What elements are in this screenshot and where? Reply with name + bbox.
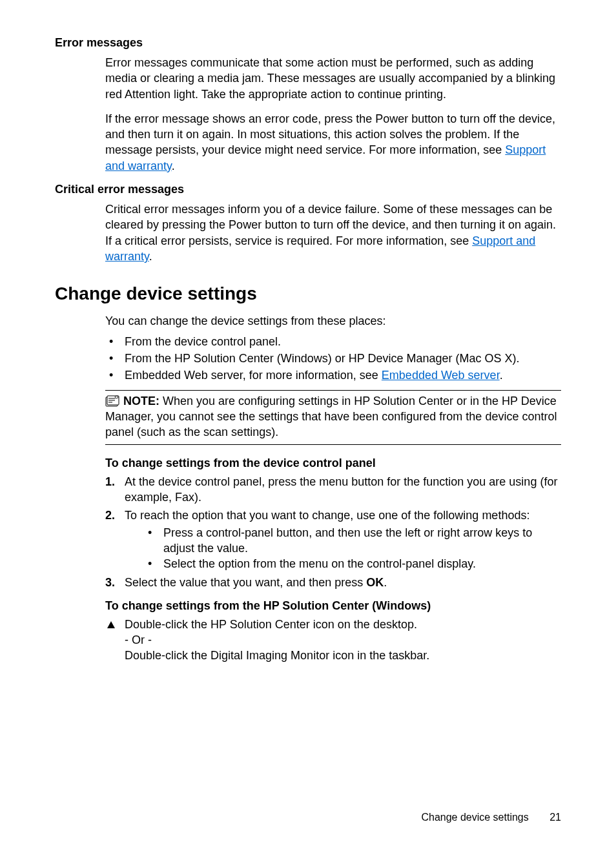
change-device-settings-heading: Change device settings bbox=[55, 283, 561, 304]
ok-text: OK bbox=[366, 576, 384, 589]
note-block: NOTE: When you are configuring settings … bbox=[105, 390, 561, 445]
list-item: Double-click the HP Solution Center icon… bbox=[105, 617, 561, 664]
list-item: Press a control-panel button, and then u… bbox=[144, 525, 561, 557]
embedded-web-server-link[interactable]: Embedded Web server bbox=[382, 369, 500, 382]
list-item: 1.At the device control panel, press the… bbox=[105, 474, 561, 506]
note-icon bbox=[105, 395, 119, 407]
page-number: 21 bbox=[549, 812, 561, 823]
text-span: Embedded Web server, for more informatio… bbox=[125, 369, 382, 382]
list-item: Select the option from the menu on the c… bbox=[144, 556, 561, 571]
change-bullet-list: From the device control panel. From the … bbox=[55, 333, 561, 384]
text-span: Double-click the HP Solution Center icon… bbox=[125, 618, 417, 631]
text-span: . bbox=[172, 159, 175, 172]
critical-error-p1: Critical error messages inform you of a … bbox=[55, 201, 561, 264]
text-span: . bbox=[384, 576, 387, 589]
text-span: To reach the option that you want to cha… bbox=[125, 509, 529, 522]
solution-center-steps: Double-click the HP Solution Center icon… bbox=[55, 617, 561, 664]
list-item: From the HP Solution Center (Windows) or… bbox=[105, 350, 561, 367]
text-span: At the device control panel, press the m… bbox=[125, 475, 557, 504]
error-messages-p2: If the error message shows an error code… bbox=[55, 111, 561, 174]
sub-solution-center: To change settings from the HP Solution … bbox=[105, 599, 561, 613]
list-item: 2.To reach the option that you want to c… bbox=[105, 508, 561, 571]
note-label: NOTE: bbox=[123, 395, 159, 407]
control-panel-steps: 1.At the device control panel, press the… bbox=[55, 474, 561, 590]
text-span: - Or - bbox=[125, 633, 152, 646]
text-span: . bbox=[500, 369, 503, 382]
footer-text: Change device settings bbox=[421, 812, 528, 823]
list-item: 3.Select the value that you want, and th… bbox=[105, 575, 561, 590]
list-item: Embedded Web server, for more informatio… bbox=[105, 367, 561, 384]
sub-control-panel: To change settings from the device contr… bbox=[105, 457, 561, 470]
text-span: If the error message shows an error code… bbox=[105, 112, 555, 157]
triangle-icon bbox=[107, 618, 116, 633]
text-span: Select the value that you want, and then… bbox=[125, 576, 366, 589]
critical-error-heading: Critical error messages bbox=[55, 183, 561, 196]
text-span: . bbox=[149, 250, 152, 263]
error-messages-p1: Error messages communicate that some act… bbox=[55, 55, 561, 102]
list-item: From the device control panel. bbox=[105, 333, 561, 350]
note-body: When you are configuring settings in HP … bbox=[105, 395, 557, 439]
error-messages-heading: Error messages bbox=[55, 36, 561, 50]
inner-list: Press a control-panel button, and then u… bbox=[125, 525, 561, 572]
text-span: Double-click the Digital Imaging Monitor… bbox=[125, 649, 429, 662]
change-intro: You can change the device settings from … bbox=[55, 313, 561, 329]
page-footer: Change device settings 21 bbox=[421, 812, 561, 823]
